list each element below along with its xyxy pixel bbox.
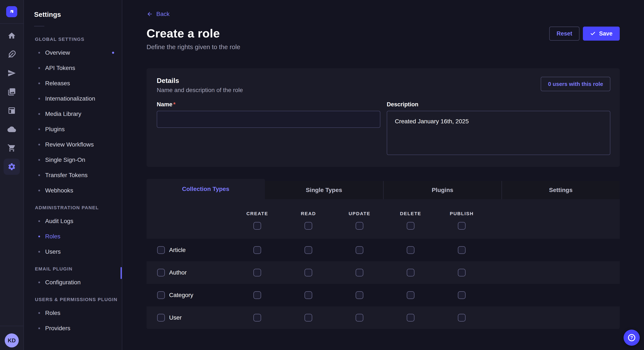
rail-icon-list	[0, 24, 24, 326]
user-create-checkbox[interactable]	[254, 314, 261, 322]
row-label: User	[169, 314, 182, 321]
settings-nav-item-providers[interactable]: Providers	[24, 321, 122, 336]
select-all-publish-checkbox[interactable]	[458, 222, 466, 230]
user-update-checkbox[interactable]	[356, 314, 363, 322]
save-button[interactable]: Save	[583, 26, 620, 41]
bullet-icon	[38, 128, 40, 130]
help-button[interactable]: ?	[624, 330, 640, 346]
bullet-icon	[38, 236, 40, 237]
user-delete-checkbox[interactable]	[407, 314, 414, 322]
home-icon[interactable]	[2, 26, 21, 45]
bullet-icon	[38, 82, 40, 84]
author-publish-checkbox[interactable]	[458, 269, 466, 276]
user-read-checkbox[interactable]	[304, 314, 312, 322]
category-create-checkbox[interactable]	[254, 291, 261, 299]
settings-nav-item-webhooks[interactable]: Webhooks	[24, 183, 122, 198]
select-all-create-checkbox[interactable]	[254, 222, 261, 230]
select-all-read-checkbox[interactable]	[304, 222, 312, 230]
content-type-builder-icon[interactable]	[2, 101, 21, 120]
settings-nav-item-review-workflows[interactable]: Review Workflows	[24, 137, 122, 152]
author-create-checkbox[interactable]	[254, 269, 261, 276]
users-with-role-button[interactable]: 0 users with this role	[541, 77, 610, 91]
article-publish-checkbox[interactable]	[458, 246, 466, 254]
select-row-user-checkbox[interactable]	[157, 314, 165, 322]
article-read-checkbox[interactable]	[304, 246, 312, 254]
tab-single-types[interactable]: Single Types	[265, 181, 383, 199]
check-icon	[590, 31, 596, 36]
description-input[interactable]: Created January 16th, 2025	[387, 111, 610, 155]
settings-gear-icon[interactable]	[2, 157, 21, 176]
column-header-delete: DELETE	[400, 211, 421, 216]
nav-item-label: Transfer Tokens	[45, 172, 88, 178]
article-delete-checkbox[interactable]	[407, 246, 414, 254]
settings-nav-item-configuration[interactable]: Configuration	[24, 275, 122, 290]
nav-item-label: Users	[45, 248, 61, 255]
settings-nav-item-audit-logs[interactable]: Audit Logs	[24, 213, 122, 229]
settings-nav-item-roles[interactable]: Roles	[24, 305, 122, 321]
settings-nav-item-media-library[interactable]: Media Library	[24, 106, 122, 122]
user-publish-checkbox[interactable]	[458, 314, 466, 322]
category-publish-checkbox[interactable]	[458, 291, 466, 299]
tab-settings[interactable]: Settings	[502, 181, 620, 199]
settings-nav-item-users[interactable]: Users	[24, 244, 122, 259]
settings-nav-item-single-sign-on[interactable]: Single Sign-On	[24, 152, 122, 168]
author-update-checkbox[interactable]	[356, 269, 363, 276]
bullet-icon	[38, 220, 40, 222]
bullet-icon	[38, 113, 40, 115]
select-row-author-checkbox[interactable]	[157, 269, 165, 276]
settings-subnav: Settings GLOBAL SETTINGSOverviewAPI Toke…	[24, 0, 122, 350]
category-update-checkbox[interactable]	[356, 291, 363, 299]
bullet-icon	[38, 67, 40, 69]
nav-item-label: Roles	[45, 233, 60, 240]
marketplace-cart-icon[interactable]	[2, 139, 21, 157]
settings-nav-item-transfer-tokens[interactable]: Transfer Tokens	[24, 168, 122, 183]
settings-nav-item-roles[interactable]: Roles	[24, 229, 122, 244]
article-create-checkbox[interactable]	[254, 246, 261, 254]
back-link[interactable]: Back	[146, 10, 170, 18]
row-label: Author	[169, 269, 187, 276]
description-label: Description	[387, 101, 610, 108]
row-label: Category	[169, 292, 193, 299]
tab-plugins[interactable]: Plugins	[383, 181, 502, 199]
back-label: Back	[156, 11, 170, 17]
logo-area	[0, 0, 24, 24]
details-card: Details Name and description of the role…	[146, 68, 620, 167]
settings-nav-item-api-tokens[interactable]: API Tokens	[24, 60, 122, 76]
media-library-icon[interactable]	[2, 82, 21, 101]
cloud-icon[interactable]	[2, 120, 21, 139]
bullet-icon	[38, 98, 40, 100]
author-read-checkbox[interactable]	[304, 269, 312, 276]
article-update-checkbox[interactable]	[356, 246, 363, 254]
strapi-admin-app: KD Settings GLOBAL SETTINGSOverviewAPI T…	[0, 0, 644, 350]
nav-section-label-global-settings: GLOBAL SETTINGS	[35, 37, 122, 42]
nav-item-label: API Tokens	[45, 65, 75, 71]
column-header-publish: PUBLISH	[450, 211, 474, 216]
deploy-send-icon[interactable]	[2, 64, 21, 82]
category-delete-checkbox[interactable]	[407, 291, 414, 299]
select-all-delete-checkbox[interactable]	[407, 222, 414, 230]
settings-nav-item-releases[interactable]: Releases	[24, 76, 122, 91]
details-subtitle: Name and description of the role	[157, 87, 243, 94]
permissions-table: CREATEREADUPDATEDELETEPUBLISHArticleAuth…	[146, 199, 620, 329]
author-delete-checkbox[interactable]	[407, 269, 414, 276]
name-input[interactable]	[157, 111, 380, 128]
user-avatar[interactable]: KD	[5, 334, 19, 348]
content-feather-icon[interactable]	[2, 45, 21, 64]
select-row-category-checkbox[interactable]	[157, 291, 165, 299]
nav-section-label-email-plugin: EMAIL PLUGIN	[35, 266, 122, 272]
settings-nav-item-internationalization[interactable]: Internationalization	[24, 91, 122, 106]
permission-row-article: Article	[146, 239, 620, 261]
tab-collection-types[interactable]: Collection Types	[146, 179, 265, 199]
select-row-article-checkbox[interactable]	[157, 246, 165, 254]
settings-nav-item-plugins[interactable]: Plugins	[24, 122, 122, 137]
nav-item-label: Roles	[45, 310, 60, 316]
notification-dot	[112, 52, 114, 54]
settings-nav-item-overview[interactable]: Overview	[24, 45, 122, 60]
category-read-checkbox[interactable]	[304, 291, 312, 299]
titlebar: Create a role Define the rights given to…	[146, 26, 620, 52]
strapi-logo[interactable]	[6, 6, 17, 17]
select-all-update-checkbox[interactable]	[356, 222, 363, 230]
bullet-icon	[38, 251, 40, 253]
reset-button[interactable]: Reset	[549, 26, 580, 41]
main-content: Back Create a role Define the rights giv…	[122, 0, 644, 350]
